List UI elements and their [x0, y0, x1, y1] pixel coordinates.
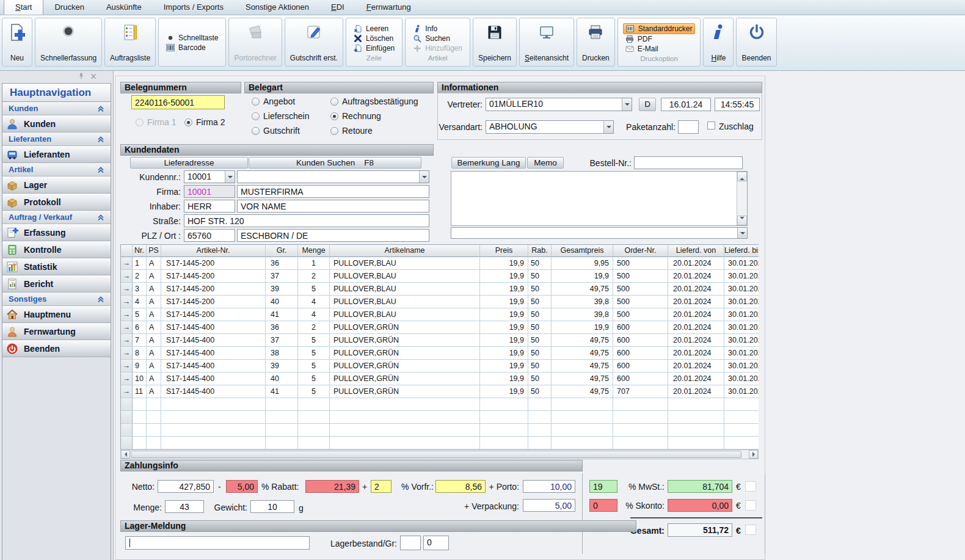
radio-rechnung[interactable]: Rechnung — [330, 111, 381, 121]
cell-lieferd-von[interactable]: 20.01.2024 — [668, 373, 724, 385]
mwst-wert-field[interactable]: 81,704 — [668, 480, 732, 493]
exit-button[interactable]: Beenden — [736, 18, 776, 67]
cell-gesamtpreis[interactable]: 19,9 — [552, 270, 613, 283]
tab-sonstige-aktionen[interactable]: Sonstige Aktionen — [235, 0, 320, 15]
cell-ps[interactable]: A — [147, 283, 161, 296]
cell-nr[interactable]: 8 — [133, 347, 147, 360]
sidebar-item-fernwartung[interactable]: Fernwartung — [2, 323, 111, 340]
empty-row[interactable] — [121, 398, 758, 411]
cell-ps[interactable]: A — [147, 373, 161, 385]
cell-artikel-nr[interactable]: S17-1445-400 — [161, 360, 266, 373]
empty-row[interactable] — [121, 424, 758, 437]
row-selector-cell[interactable]: → — [121, 296, 133, 308]
cell-nr[interactable]: 3 — [133, 283, 147, 296]
cell-lieferd-bis[interactable]: 30.01.2024 — [724, 270, 759, 283]
email-option[interactable]: E-Mail — [623, 44, 696, 54]
cell-gesamtpreis[interactable]: 9,95 — [552, 257, 613, 270]
cell-menge[interactable]: 1 — [298, 257, 330, 270]
row-selector-cell[interactable]: → — [121, 347, 133, 360]
radio-gutschrift[interactable]: Gutschrift — [252, 126, 300, 136]
tab-drucken[interactable]: Drucken — [43, 0, 95, 15]
table-row[interactable]: → 2 A S17-1445-200 37 2 PULLOVER,BLAU 19… — [121, 270, 758, 283]
sidebar-item-lieferanten[interactable]: Lieferanten — [2, 146, 111, 163]
cell-lieferd-bis[interactable]: 30.01.2024 — [724, 283, 759, 296]
radio-lieferschein[interactable]: Lieferschein — [252, 111, 310, 121]
cell-ps[interactable]: A — [147, 321, 161, 334]
cell-gr[interactable]: 39 — [266, 283, 298, 296]
cell-ps[interactable]: A — [147, 257, 161, 270]
cell-preis[interactable]: 19,9 — [480, 308, 528, 321]
vorfracht-prozent-field[interactable]: 2 — [371, 480, 391, 493]
netto-field[interactable]: 427,850 — [158, 480, 214, 493]
cell-order-nr[interactable]: 707 — [613, 385, 668, 398]
row-selector-cell[interactable]: → — [121, 360, 133, 373]
empty-row[interactable] — [121, 437, 758, 449]
cell-rab[interactable]: 50 — [528, 283, 552, 296]
cell-order-nr[interactable]: 500 — [613, 283, 668, 296]
zuschlag-checkbox[interactable] — [707, 122, 715, 129]
cell-preis[interactable]: 19,9 — [480, 257, 528, 270]
cell-lieferd-bis[interactable]: 30.01.2024 — [724, 321, 759, 334]
sidebar-item-hauptmenu[interactable]: Hauptmenu — [2, 306, 111, 323]
row-selector-cell[interactable]: → — [121, 270, 133, 283]
cell-nr[interactable]: 7 — [133, 334, 147, 347]
cell-gr[interactable]: 40 — [266, 373, 298, 385]
close-icon[interactable] — [90, 73, 97, 80]
cell-order-nr[interactable]: 600 — [613, 334, 668, 347]
lager-meldung-field[interactable] — [125, 536, 310, 550]
header-gesamtpreis[interactable]: Gesamtpreis — [552, 245, 613, 257]
cell-menge[interactable]: 2 — [298, 321, 330, 334]
gewicht-field[interactable]: 10 — [250, 500, 294, 513]
table-horizontal-scrollbar[interactable] — [120, 449, 759, 459]
cell-rab[interactable]: 50 — [528, 360, 552, 373]
cell-gr[interactable]: 40 — [266, 296, 298, 308]
cell-preis[interactable]: 19,9 — [480, 283, 528, 296]
clear-row-button[interactable]: Leeren — [351, 24, 397, 34]
cell-lieferd-von[interactable]: 20.01.2024 — [668, 308, 724, 321]
cell-preis[interactable]: 19,9 — [480, 373, 528, 385]
header-lieferd-bis[interactable]: Lieferd. bis — [724, 245, 759, 257]
kunden-suchen-button[interactable]: Kunden Suchen F8 — [249, 157, 421, 169]
cell-lieferd-bis[interactable]: 30.01.2024 — [724, 296, 759, 308]
barcode-button[interactable]: Barcode — [164, 43, 220, 53]
lagerbestand-field-1[interactable] — [400, 536, 421, 550]
cell-rab[interactable]: 50 — [528, 347, 552, 360]
row-selector-cell[interactable]: → — [121, 373, 133, 385]
tab-imports-exports[interactable]: Imports / Exports — [153, 0, 235, 15]
ort-field[interactable]: ESCHBORN / DE — [237, 229, 429, 242]
empty-row[interactable] — [121, 411, 758, 424]
firma-name-field[interactable]: MUSTERFIRMA — [237, 185, 429, 198]
radio-retoure[interactable]: Retoure — [330, 126, 373, 136]
cell-lieferd-von[interactable]: 20.01.2024 — [668, 360, 724, 373]
memo-button[interactable]: Memo — [527, 157, 564, 169]
cell-gr[interactable]: 41 — [266, 385, 298, 398]
versandart-dropdown[interactable]: ABHOLUNG — [486, 120, 614, 134]
header-artikel-nr[interactable]: Artikel-Nr. — [161, 245, 266, 257]
default-printer-option[interactable]: Standarddrucker — [623, 23, 696, 34]
cell-menge[interactable]: 4 — [298, 308, 330, 321]
tab-auskuenfte[interactable]: Auskünfte — [95, 0, 153, 15]
cell-artikelname[interactable]: PULLOVER,BLAU — [330, 308, 480, 321]
sidebar-section-kunden[interactable]: Kunden — [2, 102, 111, 115]
cell-order-nr[interactable]: 500 — [613, 308, 668, 321]
cell-menge[interactable]: 4 — [298, 296, 330, 308]
header-rab[interactable]: Rab. — [528, 245, 552, 257]
document-number-field[interactable]: 2240116-50001 — [131, 95, 225, 109]
cell-menge[interactable]: 5 — [298, 334, 330, 347]
verpackung-field[interactable]: 5,00 — [523, 499, 575, 512]
cell-order-nr[interactable]: 600 — [613, 347, 668, 360]
textarea-scrollbar[interactable] — [737, 172, 747, 225]
cell-artikel-nr[interactable]: S17-1445-400 — [161, 334, 266, 347]
table-row[interactable]: → 10 A S17-1445-400 40 5 PULLOVER,GRÜN 1… — [121, 373, 758, 385]
cell-lieferd-bis[interactable]: 30.01.2024 — [724, 360, 759, 373]
cell-order-nr[interactable]: 600 — [613, 321, 668, 334]
header-ps[interactable]: PS — [147, 245, 161, 257]
kundennr-dropdown[interactable]: 10001 — [184, 170, 235, 183]
cell-order-nr[interactable]: 500 — [613, 296, 668, 308]
cell-artikel-nr[interactable]: S17-1445-200 — [161, 283, 266, 296]
vorname-field[interactable]: VOR NAME — [237, 200, 429, 213]
date-field[interactable]: 16.01.24 — [661, 98, 711, 111]
cell-gr[interactable]: 36 — [266, 321, 298, 334]
cell-artikel-nr[interactable]: S17-1445-400 — [161, 321, 266, 334]
cell-rab[interactable]: 50 — [528, 270, 552, 283]
